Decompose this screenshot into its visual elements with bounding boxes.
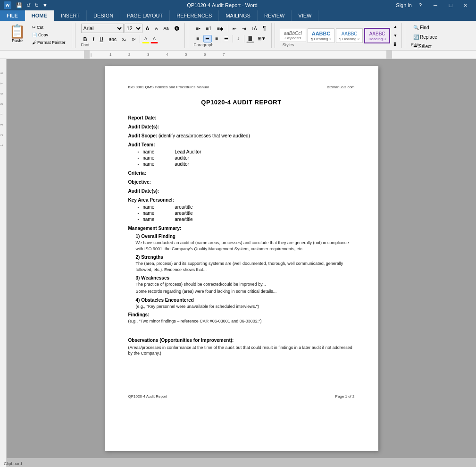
observations-text: (Areas/processes in conformance at the t… bbox=[128, 345, 355, 357]
shading-button[interactable]: ▓ bbox=[246, 34, 254, 43]
decrease-indent-button[interactable]: ⇤ bbox=[230, 25, 239, 33]
quick-access-dropdown[interactable]: ▼ bbox=[42, 2, 49, 8]
save-button[interactable]: 💾 bbox=[15, 2, 24, 8]
tab-review[interactable]: REVIEW bbox=[258, 10, 292, 21]
strikethrough-button[interactable]: abc bbox=[107, 35, 119, 43]
font-size-select[interactable]: 12 bbox=[125, 24, 142, 33]
subscript-button[interactable]: x₂ bbox=[120, 35, 129, 43]
ribbon: FILE HOME INSERT DESIGN PAGE LAYOUT REFE… bbox=[0, 10, 476, 51]
font-group: Arial 12 A A Aa 🅐 B I U abc x₂ x² A A bbox=[78, 23, 185, 48]
justify-button[interactable]: ☰ bbox=[222, 35, 231, 42]
align-left-button[interactable]: ≡ bbox=[194, 35, 202, 42]
document-title: QP1020-4 AUDIT REPORT bbox=[128, 99, 355, 106]
bullet-list-button[interactable]: ≡• bbox=[194, 25, 203, 33]
close-button[interactable]: ✕ bbox=[459, 0, 472, 10]
multilevel-list-button[interactable]: ≡◆ bbox=[215, 25, 226, 33]
minimize-button[interactable]: ─ bbox=[429, 0, 442, 10]
shrink-font-button[interactable]: A bbox=[152, 25, 160, 32]
italic-button[interactable]: I bbox=[90, 35, 96, 43]
list-item: • name auditor bbox=[138, 161, 355, 167]
paragraph-group-label: Paragraph bbox=[194, 42, 214, 47]
sort-button[interactable]: ↕A bbox=[249, 25, 259, 33]
management-summary-section: Management Summary: 1) Overall Finding W… bbox=[128, 226, 355, 309]
paste-button[interactable]: 📋 Paste bbox=[7, 24, 28, 47]
header-right: Bizmanualz.com bbox=[327, 85, 355, 89]
style-emphasis[interactable]: aaBbCcI Emphasis bbox=[280, 29, 306, 42]
management-summary-label: Management Summary: bbox=[128, 226, 355, 231]
paragraph-group: ≡• ≡1 ≡◆ ⇤ ⇥ ↕A ¶ ≡ ☰ ≡ ☰ ↕ ▓ ⊞▼ Paragra… bbox=[191, 23, 272, 48]
change-case-button[interactable]: Aa bbox=[161, 25, 171, 32]
maximize-button[interactable]: □ bbox=[444, 0, 457, 10]
style-heading1[interactable]: AABBC ¶ Heading 1 bbox=[308, 28, 334, 43]
align-right-button[interactable]: ≡ bbox=[213, 35, 221, 42]
list-item: • name auditor bbox=[138, 155, 355, 161]
strengths-heading: 2) Strengths bbox=[136, 255, 355, 260]
tab-design[interactable]: DESIGN bbox=[87, 10, 120, 21]
clear-format-button[interactable]: 🅐 bbox=[172, 25, 182, 33]
underline-button[interactable]: U bbox=[98, 35, 106, 43]
font-group-label: Font bbox=[81, 42, 90, 47]
style-heading2[interactable]: AABBC ¶ Heading 2 bbox=[336, 28, 363, 43]
numbered-list-button[interactable]: ≡1 bbox=[204, 25, 214, 33]
document-page: ISO 9001 QMS Policies and Procedures Man… bbox=[105, 66, 378, 451]
key-personnel-label: Key Area Personnel: bbox=[128, 197, 355, 203]
tab-home[interactable]: HOME bbox=[25, 10, 54, 21]
document-area: ISO 9001 QMS Policies and Procedures Man… bbox=[7, 59, 476, 458]
tab-pagelayout[interactable]: PAGE LAYOUT bbox=[120, 10, 170, 21]
window-title: QP1020-4 Audit Report - Word bbox=[187, 2, 258, 8]
tab-references[interactable]: REFERENCES bbox=[170, 10, 219, 21]
styles-scroll-up[interactable]: ▲ bbox=[391, 22, 400, 31]
text-highlight-button[interactable]: A bbox=[142, 35, 150, 43]
tab-mailings[interactable]: MAILINGS bbox=[219, 10, 258, 21]
align-center-button[interactable]: ☰ bbox=[203, 35, 212, 42]
audit-dates2-field: Audit Date(s): bbox=[128, 188, 355, 194]
weaknesses-heading: 3) Weaknesses bbox=[136, 275, 355, 280]
format-painter-button[interactable]: 🖌 Format Painter bbox=[30, 39, 68, 46]
redo-button[interactable]: ↻ bbox=[33, 2, 40, 8]
key-personnel-list: • name area/title • name area/title • na… bbox=[138, 204, 355, 222]
audit-team-section: Audit Team: • name Lead Auditor • name a… bbox=[128, 142, 355, 167]
list-item: • name Lead Auditor bbox=[138, 149, 355, 154]
report-date-field: Report Date: bbox=[128, 115, 355, 120]
superscript-button[interactable]: x² bbox=[129, 35, 138, 43]
show-formatting-button[interactable]: ¶ bbox=[260, 24, 268, 33]
obstacles-text: (e.g., "Key personnel were unavailable f… bbox=[136, 304, 355, 310]
editing-group: 🔍 Find 🔄 Replace ☰ Select Editing bbox=[408, 23, 443, 48]
ruler: | 1 2 3 4 5 6 7 bbox=[0, 51, 476, 59]
audit-scope-field: Audit Scope: (identify areas/processes t… bbox=[128, 133, 355, 138]
sign-in[interactable]: Sign in bbox=[396, 2, 412, 8]
left-ruler: 1 2 3 4 5 6 7 8 bbox=[0, 59, 7, 467]
find-button[interactable]: 🔍 Find bbox=[411, 24, 440, 32]
font-family-select[interactable]: Arial bbox=[81, 24, 124, 33]
strengths-text: The (area, process) and its supporting s… bbox=[136, 261, 355, 272]
replace-button[interactable]: 🔄 Replace bbox=[411, 33, 440, 41]
increase-indent-button[interactable]: ⇥ bbox=[240, 25, 248, 33]
page-header: ISO 9001 QMS Policies and Procedures Man… bbox=[128, 85, 355, 89]
undo-button[interactable]: ↺ bbox=[25, 2, 32, 8]
font-color-button[interactable]: A bbox=[150, 35, 158, 43]
observations-label: Observations (Opportunities for Improvem… bbox=[128, 338, 355, 343]
line-spacing-button[interactable]: ↕ bbox=[235, 34, 242, 42]
help-icon[interactable]: ? bbox=[414, 0, 427, 10]
copy-button[interactable]: 📄 Copy bbox=[30, 31, 68, 39]
tab-view[interactable]: VIEW bbox=[292, 10, 318, 21]
clipboard-group: 📋 Paste ✂ Cut 📄 Copy 🖌 Format Painter Cl… bbox=[3, 23, 72, 48]
styles-scroll-down[interactable]: ▼ bbox=[391, 31, 400, 40]
styles-group-label: Styles bbox=[283, 42, 294, 47]
clipboard-label: Clipboard bbox=[4, 461, 22, 466]
style-heading3[interactable]: AABBC Heading 3 bbox=[364, 28, 390, 43]
objective-field: Objective: bbox=[128, 179, 355, 185]
styles-more[interactable]: ≣ bbox=[391, 40, 400, 49]
key-personnel-section: Key Area Personnel: • name area/title • … bbox=[128, 197, 355, 222]
footer-left: QP1020-4 Audit Report bbox=[128, 394, 167, 399]
tab-file[interactable]: FILE bbox=[0, 10, 25, 21]
ribbon-tabs: FILE HOME INSERT DESIGN PAGE LAYOUT REFE… bbox=[0, 10, 476, 21]
borders-button[interactable]: ⊞▼ bbox=[255, 34, 268, 42]
grow-font-button[interactable]: A bbox=[143, 24, 152, 33]
weaknesses-text1: The practice of (process) should be corr… bbox=[136, 281, 355, 288]
tab-insert[interactable]: INSERT bbox=[54, 10, 87, 21]
cut-button[interactable]: ✂ Cut bbox=[30, 24, 68, 31]
findings-section: Findings: (e.g., "Two minor findings – r… bbox=[128, 312, 355, 324]
observations-section: Observations (Opportunities for Improvem… bbox=[128, 338, 355, 357]
audit-dates-field: Audit Date(s): bbox=[128, 124, 355, 129]
